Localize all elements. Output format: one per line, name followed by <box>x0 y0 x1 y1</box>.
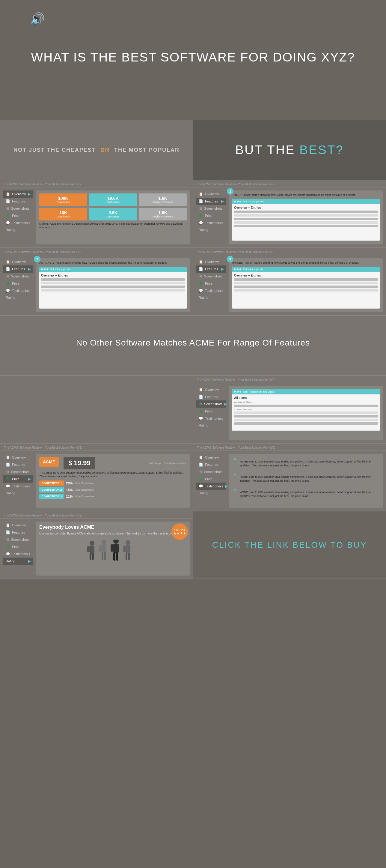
testimonial-1: ACME is up to 20% cheaper than leading c… <box>232 457 380 470</box>
svg-rect-23 <box>128 553 130 560</box>
nav-overview[interactable]: 📋 Overview ▶ <box>3 190 33 198</box>
screenshot-mock-3: Bolt - A sample site Overview – Entries <box>232 267 380 309</box>
nav-2-features[interactable]: 📄 Features ▶ <box>196 198 226 205</box>
nav-3-testimonials[interactable]: 💬 Testimonials <box>3 287 33 294</box>
nav-3-screenshots[interactable]: 🖥 Screenshots <box>3 273 33 280</box>
slide-header-8: The ACME Software Review – Your Best Sol… <box>193 443 386 451</box>
nav-3-features[interactable]: 📄 Features ▶ <box>3 266 33 273</box>
nav-3-price[interactable]: 💲 Price <box>3 280 33 287</box>
nav-9-rating[interactable]: Rating ▶ <box>3 558 33 565</box>
feature-3-caption: IMAGES : A main feature showing how ACME… <box>232 261 380 265</box>
hero-title: WHAT IS THE BEST SOFTWARE FOR DOING XYZ? <box>31 50 355 64</box>
slide-9-nav: 📋 Overview 📄 Features 🖥 Screenshots 💲 Pr… <box>3 522 33 576</box>
nav-4-testimonials[interactable]: 💬 Testimonials <box>196 287 226 294</box>
slide-7-nav: 📋 Overview 📄 Features 🖥 Screenshots 💲 Pr… <box>3 454 33 508</box>
slide-7-content: 📋 Overview 📄 Features 🖥 Screenshots 💲 Pr… <box>0 451 193 511</box>
price-quote: " ACME is up to 20% cheaper than leading… <box>39 471 187 478</box>
competitor-1-more: More Expensive <box>74 482 94 485</box>
stat-reviews-2: 1.6K Positive Reviews <box>139 208 187 220</box>
stat-customers-2: 9.6K Customers <box>89 208 137 220</box>
people-svg <box>83 539 143 562</box>
slide-8-content: 📋 Overview 📄 Features 🖥 Screenshots 💲 Pr… <box>193 451 386 511</box>
nav-6-price[interactable]: 💲 Price <box>196 408 226 415</box>
slide-8-main: ACME is up to 20% cheaper than leading c… <box>229 454 383 508</box>
svg-rect-17 <box>116 552 118 561</box>
nav-6-rating[interactable]: Rating <box>196 422 226 429</box>
competitor-2-bar: COMPETITOR 2 15% More Expensive <box>39 487 187 493</box>
svg-point-6 <box>102 539 106 545</box>
nav-2-testimonials[interactable]: 💬 Testimonials <box>196 219 226 226</box>
stats-caption: Making ACME the number 1 Downloaded Soft… <box>39 222 187 229</box>
nav-6-screenshots[interactable]: 🖥 Screenshots ▶ <box>196 400 226 408</box>
nav-8-price[interactable]: 💲 Price <box>196 475 226 483</box>
svg-point-12 <box>113 539 119 544</box>
nav-arrow-2: ▶ <box>221 199 224 203</box>
nav-9-overview[interactable]: 📋 Overview <box>3 522 33 529</box>
nav-price[interactable]: 💲 Price <box>3 212 33 219</box>
nav-6-features[interactable]: 📄 Features <box>196 393 226 400</box>
feature-2-caption: ACTIONS : A main feature showing how ACM… <box>39 261 187 265</box>
price-icon: 💲 <box>6 214 10 218</box>
svg-rect-15 <box>116 545 119 552</box>
slide-4-content: 📋 Overview 📄 Features ▶ 🖥 Screenshots 💲 … <box>193 255 386 315</box>
svg-rect-11 <box>104 552 106 560</box>
svg-rect-4 <box>90 553 91 560</box>
competitor-3-more: More Expensive <box>74 495 94 498</box>
nav-8-overview[interactable]: 📋 Overview <box>196 454 226 461</box>
full-slide-text: No Other Software Matches ACME For Range… <box>76 338 310 348</box>
nav-screenshots[interactable]: 🖥 Screenshots <box>3 205 33 212</box>
svg-rect-22 <box>126 553 127 560</box>
stat-downloads-1: 100K Downloads <box>39 193 87 206</box>
nav-2-screenshots[interactable]: 🖥 Screenshots <box>196 205 226 212</box>
nav-9-price[interactable]: 💲 Price <box>3 543 33 550</box>
nav-9-features[interactable]: 📄 Features <box>3 529 33 536</box>
slide-9-main: 4 STARS ★★★★ Everybody Loves ACME Custom… <box>36 522 190 576</box>
nav-4-price[interactable]: 💲 Price <box>196 280 226 287</box>
nav-4-overview[interactable]: 📋 Overview <box>196 258 226 266</box>
nav-2-price[interactable]: 💲 Price <box>196 212 226 219</box>
svg-rect-3 <box>92 546 94 552</box>
price-support-text: 24/7 Support. Free lifetime updates. <box>149 462 187 465</box>
slide-2-content: 📋 Overview 📄 Features ▶ 🖥 Screenshots 💲 … <box>193 187 386 247</box>
nav-3-overview[interactable]: 📋 Overview <box>3 258 33 266</box>
slides-grid: The ACME Software Review – Your Best Sol… <box>0 180 386 579</box>
nav-7-price[interactable]: 💲 Price ▶ <box>3 475 33 483</box>
nav-9-screenshots[interactable]: 🖥 Screenshots <box>3 536 33 543</box>
competitor-3-label: COMPETITOR 3 <box>39 494 64 499</box>
nav-6-overview[interactable]: 📋 Overview <box>196 386 226 393</box>
nav-7-screenshots[interactable]: 🖥 Screenshots <box>3 468 33 475</box>
slide-8-nav: 📋 Overview 📄 Features 🖥 Screenshots 💲 Pr… <box>196 454 226 508</box>
nav-2-rating[interactable]: Rating <box>196 226 226 233</box>
svg-point-0 <box>90 541 94 546</box>
nav-3-rating[interactable]: Rating <box>3 294 33 301</box>
nav-7-features[interactable]: 📄 Features <box>3 461 33 468</box>
nav-rating[interactable]: Rating <box>3 226 33 233</box>
nav-2-overview[interactable]: 📋 Overview <box>196 190 226 198</box>
slide-empty-placeholder <box>0 375 193 443</box>
nav-features[interactable]: 📄 Features <box>3 198 33 205</box>
nav-9-testimonials[interactable]: 💬 Testimonials <box>3 550 33 558</box>
nav-4-screenshots[interactable]: 🖥 Screenshots <box>196 273 226 280</box>
slide-2-main: 1 TITLE : A main feature showing how ACM… <box>229 190 383 244</box>
slide-header-7: The ACME Software Review – Your Best Sol… <box>0 443 193 451</box>
nav-8-screenshots[interactable]: 🖥 Screenshots <box>196 468 226 475</box>
stats-row-1: 100K Downloads 19.6K Customers 1.6K Posi… <box>39 193 187 206</box>
screenshots-icon: 🖥 <box>6 206 9 211</box>
competitor-2-label: COMPETITOR 2 <box>39 487 64 493</box>
nav-7-rating[interactable]: Rating <box>3 490 33 496</box>
nav-6-testimonials[interactable]: 💬 Testimonials <box>196 415 226 422</box>
nav-8-rating[interactable]: Rating <box>196 490 226 496</box>
nav-8-features[interactable]: 📄 Features <box>196 461 226 468</box>
svg-rect-16 <box>113 552 116 561</box>
stat-downloads-2: 10K Downloads <box>39 208 87 220</box>
nav-4-rating[interactable]: Rating <box>196 294 226 301</box>
nav-8-testimonials[interactable]: 💬 Testimonials ▶ <box>196 483 226 490</box>
nav-testimonials[interactable]: 💬 Testimonials <box>3 219 33 226</box>
svg-rect-10 <box>102 552 103 560</box>
features-icon: 📄 <box>6 199 10 203</box>
nav-7-overview[interactable]: 📋 Overview <box>3 454 33 461</box>
nav-7-testimonials[interactable]: 💬 Testimonials <box>3 483 33 490</box>
rating-title: Everybody Loves ACME <box>39 525 187 530</box>
nav-4-features[interactable]: 📄 Features ▶ <box>196 266 226 273</box>
slide-header-1: The ACME Software Review – Your Best Sol… <box>0 180 193 187</box>
